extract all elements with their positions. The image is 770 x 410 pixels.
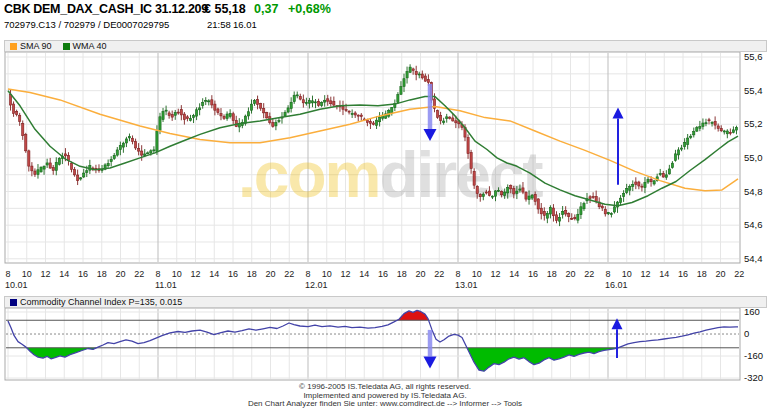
svg-text:8: 8 [605, 269, 610, 279]
svg-text:16: 16 [228, 269, 238, 279]
svg-text:12: 12 [490, 269, 500, 279]
svg-text:55,4: 55,4 [744, 85, 763, 96]
svg-text:20: 20 [265, 269, 275, 279]
svg-text:14: 14 [509, 269, 519, 279]
svg-text:13.01: 13.01 [455, 280, 478, 290]
sma90-legend-label: SMA 90 [20, 41, 52, 51]
svg-text:20: 20 [115, 269, 125, 279]
svg-text:14: 14 [659, 269, 669, 279]
svg-text:54,6: 54,6 [744, 219, 763, 230]
svg-text:22: 22 [434, 269, 444, 279]
svg-text:8: 8 [5, 269, 10, 279]
svg-text:-320: -320 [744, 372, 763, 383]
svg-text:12: 12 [640, 269, 650, 279]
svg-text:8: 8 [155, 269, 160, 279]
svg-text:16: 16 [678, 269, 688, 279]
svg-text:14: 14 [209, 269, 219, 279]
svg-text:22: 22 [734, 269, 744, 279]
svg-text:20: 20 [565, 269, 575, 279]
svg-text:10: 10 [22, 269, 32, 279]
svg-text:16: 16 [528, 269, 538, 279]
main-chart-legend: SMA 90 WMA 40 [4, 40, 767, 52]
svg-text:12.01: 12.01 [305, 280, 328, 290]
chart-canvas: .comdirect55,655,455,255,054,854,654,481… [0, 0, 770, 410]
wma40-legend-swatch-icon [63, 43, 70, 50]
svg-text:16: 16 [378, 269, 388, 279]
svg-text:22: 22 [284, 269, 294, 279]
svg-text:18: 18 [97, 269, 107, 279]
wma40-legend-label: WMA 40 [73, 41, 107, 51]
footer: © 1996-2005 IS.Teledata AG, all rights r… [0, 383, 770, 409]
svg-text:18: 18 [397, 269, 407, 279]
svg-text:10.01: 10.01 [5, 280, 28, 290]
svg-text:55,6: 55,6 [744, 51, 763, 62]
svg-text:16: 16 [78, 269, 88, 279]
svg-text:0: 0 [744, 328, 749, 339]
svg-text:8: 8 [455, 269, 460, 279]
sma90-legend-swatch-icon [10, 43, 17, 50]
svg-text:-160: -160 [744, 350, 763, 361]
svg-text:22: 22 [584, 269, 594, 279]
footer-analyzer-hint: Den Chart Analyzer finden Sie unter: www… [0, 400, 770, 409]
cci-legend-swatch-icon [10, 299, 17, 306]
cci-legend-label: Commodity Channel Index P=135, 0.015 [20, 297, 182, 307]
svg-text:55,0: 55,0 [744, 152, 763, 163]
svg-text:14: 14 [59, 269, 69, 279]
svg-text:18: 18 [697, 269, 707, 279]
svg-text:14: 14 [359, 269, 369, 279]
svg-text:18: 18 [547, 269, 557, 279]
svg-text:54,8: 54,8 [744, 186, 763, 197]
svg-text:10: 10 [322, 269, 332, 279]
svg-text:55,2: 55,2 [744, 118, 763, 129]
svg-text:10: 10 [622, 269, 632, 279]
svg-text:20: 20 [715, 269, 725, 279]
svg-text:10: 10 [472, 269, 482, 279]
svg-text:20: 20 [415, 269, 425, 279]
svg-text:11.01: 11.01 [155, 280, 177, 290]
cci-legend: Commodity Channel Index P=135, 0.015 [4, 296, 767, 308]
svg-text:12: 12 [340, 269, 350, 279]
svg-text:18: 18 [247, 269, 257, 279]
svg-text:10: 10 [172, 269, 182, 279]
svg-text:12: 12 [40, 269, 50, 279]
svg-text:22: 22 [134, 269, 144, 279]
svg-text:54,4: 54,4 [744, 253, 763, 264]
svg-text:8: 8 [305, 269, 310, 279]
svg-text:12: 12 [190, 269, 200, 279]
chart-page: CBK DEM_DAX_CASH_IC 31.12.209 € 55,18 0,… [0, 0, 770, 410]
svg-text:.comdirect: .comdirect [238, 139, 543, 211]
svg-text:16.01: 16.01 [605, 280, 628, 290]
